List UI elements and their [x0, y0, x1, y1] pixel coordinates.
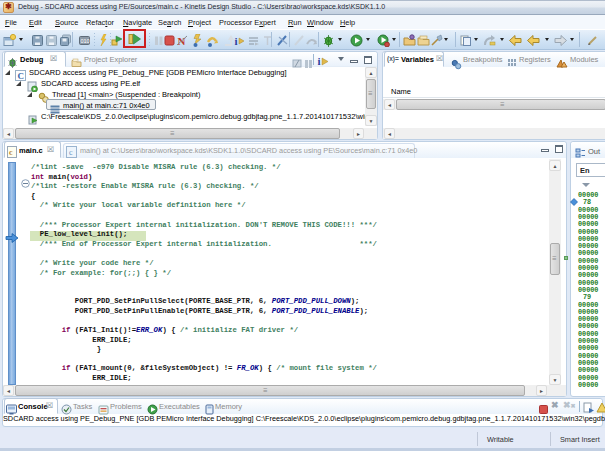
svg-text:i: i: [235, 35, 238, 47]
svg-text:i: i: [318, 55, 321, 67]
svg-text:010: 010: [81, 38, 90, 44]
svg-text:C: C: [18, 71, 25, 81]
svg-text:c: c: [69, 148, 73, 157]
svg-text:c: c: [9, 148, 13, 157]
